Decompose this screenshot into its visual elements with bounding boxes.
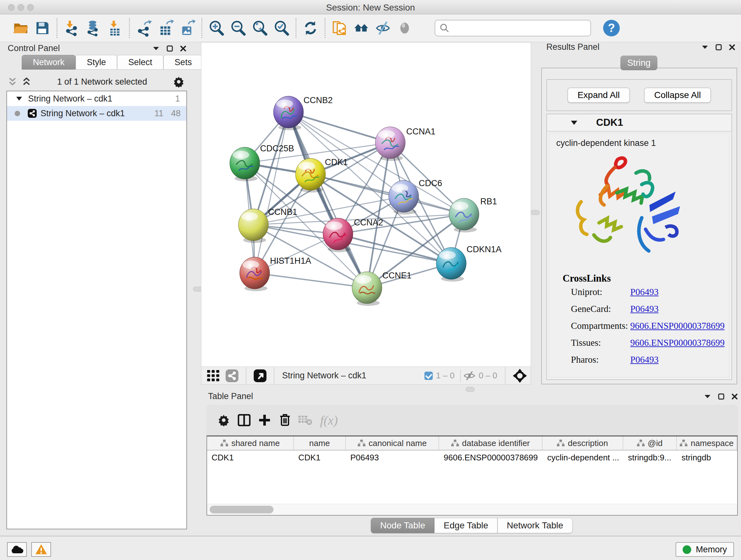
right-splitter-handle[interactable] <box>531 210 540 215</box>
network-graph[interactable]: CCNB2CCNA1CDC25BCDK1CDC6RB1CCNB1CCNA2CDK… <box>201 43 530 366</box>
column-header-canonical-name[interactable]: canonical name <box>346 436 439 450</box>
add-column-icon[interactable] <box>254 410 275 430</box>
crosslink-value-link[interactable]: 9606.ENSP00000378699 <box>630 320 725 331</box>
delete-column-icon[interactable] <box>275 410 295 430</box>
hide-graphics-details-icon[interactable] <box>373 18 393 38</box>
column-header-description[interactable]: description <box>542 436 623 450</box>
cell-canonical-name[interactable]: P06493 <box>346 453 440 462</box>
table-row[interactable]: CDK1CDK1P064939606.ENSP00000378699cyclin… <box>207 450 737 464</box>
import-table-icon[interactable] <box>105 18 125 38</box>
gene-section-header[interactable]: CDK1 <box>547 114 731 132</box>
cloud-status-icon[interactable] <box>7 542 27 557</box>
network-options-gear-icon[interactable] <box>173 76 185 87</box>
crosslink-value-link[interactable]: 9606.ENSP00000378699 <box>630 337 725 348</box>
tab-node-table[interactable]: Node Table <box>371 518 434 533</box>
cell-namespace[interactable]: stringdb <box>677 453 737 462</box>
function-builder-icon[interactable]: f(x) <box>320 413 338 428</box>
string-view-icon[interactable] <box>224 366 240 386</box>
export-table-icon[interactable] <box>156 18 176 38</box>
column-header-shared-name[interactable]: shared name <box>207 436 294 450</box>
cell-shared-name[interactable]: CDK1 <box>207 453 294 462</box>
tab-edge-table[interactable]: Edge Table <box>434 518 497 533</box>
warning-icon[interactable] <box>31 542 51 557</box>
string-import-icon[interactable] <box>330 18 349 38</box>
panel-close-icon[interactable] <box>729 44 735 51</box>
node-CCNB1[interactable]: CCNB1 <box>239 207 297 243</box>
panel-float-icon[interactable] <box>166 45 173 52</box>
export-network-icon[interactable] <box>134 18 154 38</box>
panel-menu-icon[interactable] <box>701 45 709 50</box>
cell--id[interactable]: stringdb:9... <box>623 453 677 462</box>
fit-selected-crosshair-icon[interactable] <box>511 366 529 386</box>
network-collection-row[interactable]: String Network – cdk1 1 <box>7 91 186 106</box>
delete-table-icon[interactable] <box>295 410 316 430</box>
left-splitter-handle[interactable] <box>193 287 202 292</box>
column-header-name[interactable]: name <box>294 436 346 450</box>
selected-nodes-checkbox[interactable] <box>424 372 433 380</box>
table-options-gear-icon[interactable] <box>213 410 234 430</box>
import-network-file-icon[interactable] <box>62 18 81 38</box>
hidden-count: 0 – 0 <box>479 371 497 381</box>
network-row[interactable]: String Network – cdk1 11 48 <box>7 106 186 121</box>
expand-all-icon[interactable] <box>22 77 31 86</box>
collapse-all-button[interactable]: Collapse All <box>644 87 711 103</box>
open-session-icon[interactable] <box>11 18 30 38</box>
node-RB1[interactable]: RB1 <box>449 197 497 233</box>
panel-menu-icon[interactable] <box>152 46 159 51</box>
tab-sets[interactable]: Sets <box>163 55 203 70</box>
help-icon[interactable]: ? <box>603 20 620 37</box>
show-columns-icon[interactable] <box>234 410 254 430</box>
scrollbar-thumb[interactable] <box>210 506 273 513</box>
show-graphics-details-icon[interactable] <box>395 18 414 38</box>
network-canvas[interactable]: CCNB2CCNA1CDC25BCDK1CDC6RB1CCNB1CCNA2CDK… <box>201 42 531 367</box>
node-CCNA1[interactable]: CCNA1 <box>375 127 435 161</box>
column-header-database-identifier[interactable]: database identifier <box>439 436 542 450</box>
edge-CCNB2-CCNA1[interactable] <box>288 112 390 143</box>
memory-button[interactable]: Memory <box>676 542 734 557</box>
search-input[interactable] <box>453 21 590 35</box>
table-horizontal-scrollbar[interactable] <box>207 504 737 515</box>
panel-close-icon[interactable] <box>731 393 738 400</box>
tab-network[interactable]: Network <box>22 55 76 70</box>
birds-eye-view-icon[interactable] <box>252 366 268 386</box>
edge-HIST1H1A-CCNE1[interactable] <box>255 273 367 288</box>
tab-style[interactable]: Style <box>76 55 117 70</box>
home-icon[interactable] <box>351 18 371 38</box>
zoom-selected-icon[interactable] <box>272 18 291 38</box>
cell-name[interactable]: CDK1 <box>294 453 346 462</box>
collection-count: 1 <box>175 94 180 104</box>
column-header-namespace[interactable]: namespace <box>677 436 737 450</box>
node-label-CDK1: CDK1 <box>325 158 348 167</box>
crosslink-value-link[interactable]: P06493 <box>630 354 659 365</box>
import-network-database-icon[interactable] <box>83 18 103 38</box>
node-CDKN1A[interactable]: CDKN1A <box>436 245 502 282</box>
tab-network-table[interactable]: Network Table <box>497 518 572 533</box>
expand-all-button[interactable]: Expand All <box>567 87 630 103</box>
shared-column-icon <box>358 440 365 447</box>
cell-database-identifier[interactable]: 9606.ENSP00000378699 <box>439 453 542 462</box>
zoom-out-icon[interactable] <box>228 18 248 38</box>
collection-expander-icon[interactable] <box>16 97 22 101</box>
grid-view-icon[interactable] <box>205 366 222 386</box>
collapse-all-icon[interactable] <box>8 77 17 86</box>
node-HIST1H1A[interactable]: HIST1H1A <box>240 256 311 291</box>
panel-float-icon[interactable] <box>718 393 724 400</box>
refresh-view-icon[interactable] <box>300 18 320 38</box>
save-session-icon[interactable] <box>32 18 52 38</box>
crosslink-value-link[interactable]: P06493 <box>630 304 659 314</box>
zoom-in-icon[interactable] <box>206 18 226 38</box>
zoom-fit-icon[interactable] <box>250 18 270 38</box>
crosslink-label: GeneCard: <box>571 304 630 314</box>
hidden-eye-slash-icon[interactable] <box>463 371 475 381</box>
shared-column-icon <box>637 440 645 447</box>
cell-description[interactable]: cyclin-dependent ... <box>543 453 623 462</box>
panel-menu-icon[interactable] <box>704 394 711 399</box>
column-header--id[interactable]: @id <box>623 436 677 450</box>
tab-string[interactable]: String <box>620 56 657 70</box>
section-collapse-icon[interactable] <box>570 120 578 125</box>
crosslink-value-link[interactable]: P06493 <box>630 287 659 297</box>
tab-select[interactable]: Select <box>117 55 163 70</box>
panel-float-icon[interactable] <box>716 44 722 51</box>
export-image-icon[interactable] <box>178 18 197 38</box>
panel-close-icon[interactable] <box>180 45 186 52</box>
